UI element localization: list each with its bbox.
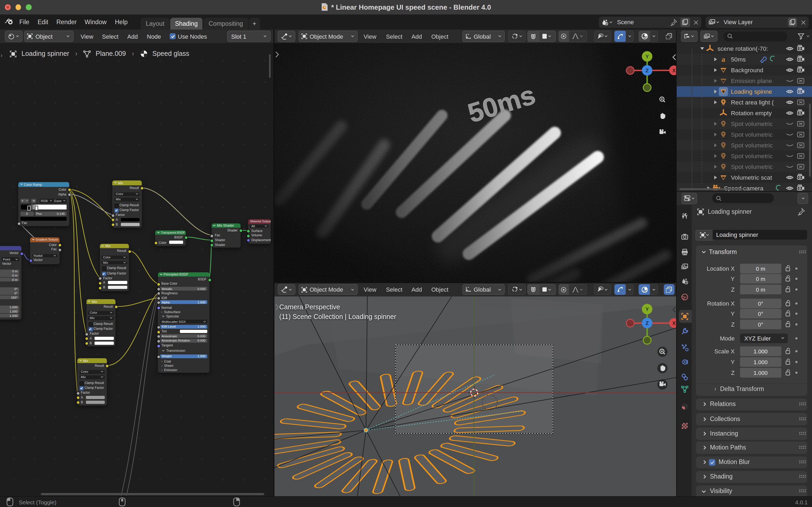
svg-text:Spot volumetric: Spot volumetric bbox=[731, 142, 773, 149]
svg-text:Spot volumetric: Spot volumetric bbox=[731, 164, 773, 170]
svg-text:Emission plane: Emission plane bbox=[731, 77, 772, 84]
svg-text:Z: Z bbox=[645, 320, 648, 326]
svg-text:Spot volumetric: Spot volumetric bbox=[731, 121, 773, 127]
svg-text:X: X bbox=[672, 68, 675, 73]
svg-text:Y: Y bbox=[645, 54, 649, 59]
svg-text:X: X bbox=[672, 320, 675, 326]
svg-text:Loading spinne: Loading spinne bbox=[731, 88, 772, 95]
svg-text:50ms: 50ms bbox=[731, 56, 746, 63]
svg-text:Rect area light (: Rect area light ( bbox=[731, 99, 774, 106]
svg-text:scene rotation(-70:: scene rotation(-70: bbox=[717, 45, 768, 52]
svg-text:Spot volumetric: Spot volumetric bbox=[731, 153, 773, 160]
svg-text:Z: Z bbox=[645, 68, 648, 73]
svg-text:Y: Y bbox=[645, 306, 649, 312]
svg-text:Rotation empty: Rotation empty bbox=[731, 110, 772, 117]
svg-text:Background: Background bbox=[731, 67, 763, 73]
svg-text:a: a bbox=[721, 55, 725, 63]
svg-text:Spot volumetric: Spot volumetric bbox=[731, 131, 773, 138]
svg-text:Volumetric scat: Volumetric scat bbox=[731, 174, 772, 181]
svg-text:Speed camera: Speed camera bbox=[724, 185, 763, 191]
